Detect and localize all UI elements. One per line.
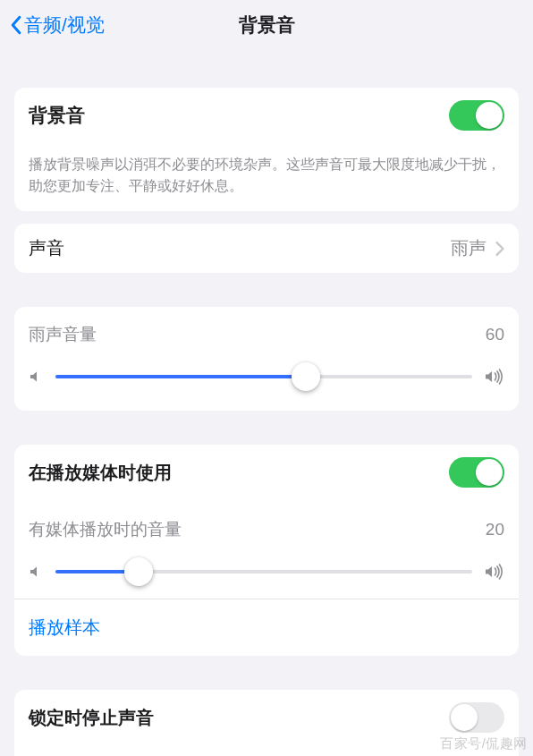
media-volume-slider[interactable] (55, 557, 472, 586)
media-volume-label: 有媒体播放时的音量 (29, 518, 182, 541)
row-sound[interactable]: 声音 雨声 (14, 224, 519, 273)
row-lock-toggle: 锁定时停止声音 (14, 690, 519, 745)
lock-toggle[interactable] (449, 702, 504, 733)
row-media-toggle: 在播放媒体时使用 (14, 445, 519, 500)
group-volume: 雨声音量 60 (14, 307, 519, 411)
background-sounds-toggle[interactable] (449, 100, 504, 131)
background-sounds-footer: 播放背景噪声以消弭不必要的环境杂声。这些声音可最大限度地减少干扰，助您更加专注、… (14, 143, 519, 211)
volume-high-icon (485, 369, 504, 385)
media-volume-value: 20 (486, 520, 504, 539)
back-label: 音频/视觉 (24, 13, 105, 38)
chevron-left-icon (9, 15, 22, 35)
media-toggle[interactable] (449, 457, 504, 488)
volume-value: 60 (486, 325, 504, 344)
group-lock: 锁定时停止声音 启用时，背景音在 iPad 锁定时将会停止。 (14, 690, 519, 756)
volume-low-icon (29, 565, 43, 579)
volume-slider[interactable] (55, 362, 472, 391)
back-button[interactable]: 音频/视觉 (9, 13, 105, 38)
media-toggle-label: 在播放媒体时使用 (29, 461, 449, 485)
volume-high-icon (485, 564, 504, 580)
nav-bar: 音频/视觉 背景音 (0, 0, 533, 50)
volume-label: 雨声音量 (29, 323, 97, 346)
group-main: 背景音 播放背景噪声以消弭不必要的环境杂声。这些声音可最大限度地减少干扰，助您更… (14, 88, 519, 211)
lock-label: 锁定时停止声音 (29, 706, 449, 730)
chevron-right-icon (495, 242, 504, 256)
media-slider-row (14, 550, 519, 599)
play-sample-link[interactable]: 播放样本 (14, 599, 519, 656)
sound-label: 声音 (29, 236, 451, 260)
row-background-sounds: 背景音 (14, 88, 519, 143)
lock-footer: 启用时，背景音在 iPad 锁定时将会停止。 (14, 745, 519, 756)
sound-value: 雨声 (451, 236, 486, 260)
volume-low-icon (29, 370, 43, 384)
group-sound: 声音 雨声 (14, 224, 519, 273)
group-media: 在播放媒体时使用 有媒体播放时的音量 20 播放样本 (14, 445, 519, 656)
volume-slider-row (14, 355, 519, 411)
volume-header: 雨声音量 60 (14, 307, 519, 355)
media-volume-header: 有媒体播放时的音量 20 (14, 500, 519, 550)
background-sounds-label: 背景音 (29, 103, 449, 128)
